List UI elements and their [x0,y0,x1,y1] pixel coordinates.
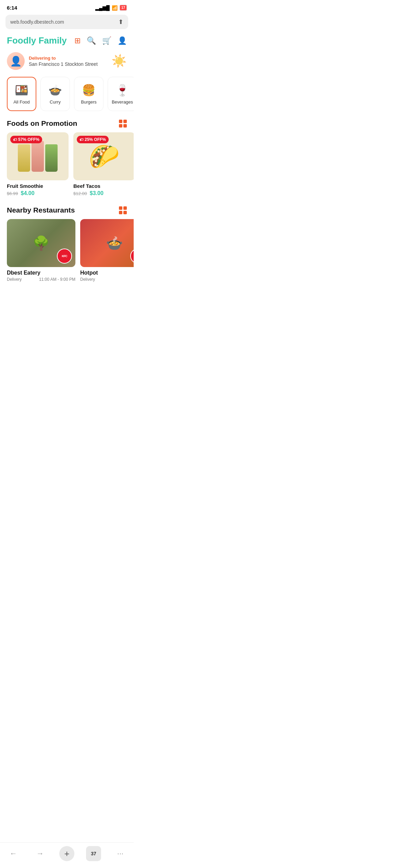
promo-card-tacos[interactable]: 25% OFF% 🌮 Beef Tacos $12.00 $3.00 [73,132,134,196]
grid-dot [119,124,122,128]
restaurant-name-dbest: Dbest Eatery [7,270,75,276]
promo-name-tacos: Beef Tacos [73,183,134,189]
grid-dot [123,124,127,128]
promo-prices-tacos: $12.00 $3.00 [73,190,134,196]
hotpot-delivery-label: Delivery [80,277,95,282]
old-price-smoothie: $6.99 [7,191,18,196]
signal-icon: ▂▄▆█ [95,5,110,11]
categories-row: 🍱 All Food 🍲 Curry 🍔 Burgers 🍷 Beverages… [0,77,134,119]
new-price-tacos: $3.00 [90,190,104,196]
new-price-smoothie: $4.00 [21,190,35,196]
restaurants-grid-toggle[interactable] [119,206,127,214]
promo-image-tacos: 25% OFF% 🌮 [73,132,134,180]
taco-visual: 🌮 [89,144,120,169]
promotions-header: Foods on Promotion [0,119,134,132]
avatar: 👤 [7,52,25,70]
battery-indicator: 17 [120,5,127,11]
dbest-delivery-label: Delivery [7,277,22,282]
user-icon[interactable]: 👤 [118,36,127,45]
cart-icon[interactable]: 🛒 [102,36,111,45]
browser-bar[interactable]: web.foodly.dbestech.com ⬆ [5,15,128,29]
curry-label: Curry [50,99,61,105]
restaurant-image-dbest: 🌳 KFC [7,219,75,267]
grid-dot [123,211,127,214]
promo-badge-tacos: 25% OFF% [77,136,109,143]
restaurants-title: Nearby Restaurants [7,206,75,214]
browser-url: web.foodly.dbestech.com [10,19,64,25]
weather-icon: ☀️ [111,54,127,68]
status-bar: 6:14 ▂▄▆█ 📶 17 [0,0,134,13]
delivering-label: Delivering to [29,56,98,61]
restaurants-header: Nearby Restaurants [0,206,134,219]
grid-dot [119,211,122,214]
promo-badge-smoothie: 57% OFF% [10,136,42,143]
grid-dot [123,206,127,210]
restaurant-name-hotpot: Hotpot [80,270,134,276]
burger-icon: 🍔 [82,84,96,97]
category-all-food[interactable]: 🍱 All Food [7,77,36,111]
beverages-label: Beverages [112,99,133,105]
promo-prices-smoothie: $6.99 $4.00 [7,190,69,196]
wifi-icon: 📶 [112,5,118,11]
app-title: Foodly Family [7,35,67,46]
app-header: Foodly Family ⊞ 🔍 🛒 👤 [0,29,134,49]
delivery-text: Delivering to San Francisco 1 Stockton S… [29,56,98,67]
beverages-icon: 🍷 [116,84,129,97]
promo-image-smoothie: 57% OFF% [7,132,69,180]
burgers-label: Burgers [81,99,97,105]
delivery-address: San Francisco 1 Stockton Street [29,61,98,67]
status-time: 6:14 [7,5,17,11]
hotpot-visual: 🍲 [80,219,134,267]
kfc-logo: KFC [57,249,72,264]
promotions-list: 57% OFF% Fruit Smoothie $6.99 $4.00 25% … [0,132,134,206]
status-icons: ▂▄▆█ 📶 17 [95,5,127,11]
grid-dot [119,206,122,210]
all-food-label: All Food [13,99,30,105]
glass-green [45,144,58,172]
restaurants-list: 🌳 KFC Dbest Eatery Delivery 11:00 AM - 9… [0,219,134,290]
share-icon[interactable]: ⬆ [118,18,123,26]
category-burgers[interactable]: 🍔 Burgers [74,77,104,111]
restaurant-info-dbest: Delivery 11:00 AM - 9:00 PM [7,277,75,282]
grid-dot [123,120,127,123]
glass-yellow [18,144,30,172]
promotions-title: Foods on Promotion [7,119,77,128]
dbest-hours: 11:00 AM - 9:00 PM [39,277,75,282]
grid-view-icon[interactable]: ⊞ [74,36,81,45]
restaurant-info-hotpot: Delivery 8-9pm [80,277,134,282]
delivery-section: 👤 Delivering to San Francisco 1 Stockton… [0,49,134,77]
category-curry[interactable]: 🍲 Curry [40,77,70,111]
restaurant-card-dbest[interactable]: 🌳 KFC Dbest Eatery Delivery 11:00 AM - 9… [7,219,75,282]
delivery-left: 👤 Delivering to San Francisco 1 Stockton… [7,52,98,70]
glass-pink [32,141,44,172]
restaurant-image-hotpot: 🍲 Food [80,219,134,267]
old-price-tacos: $12.00 [73,191,87,196]
search-icon[interactable]: 🔍 [87,36,96,45]
promotions-grid-toggle[interactable] [119,120,127,128]
header-icons: ⊞ 🔍 🛒 👤 [74,36,127,45]
restaurant-card-hotpot[interactable]: 🍲 Food Hotpot Delivery 8-9pm [80,219,134,282]
all-food-icon: 🍱 [15,84,28,97]
grid-dot [119,120,122,123]
category-beverages[interactable]: 🍷 Beverages [108,77,134,111]
promo-card-smoothie[interactable]: 57% OFF% Fruit Smoothie $6.99 $4.00 [7,132,69,196]
curry-icon: 🍲 [48,84,62,97]
avatar-icon: 👤 [10,56,22,67]
promo-name-smoothie: Fruit Smoothie [7,183,69,189]
